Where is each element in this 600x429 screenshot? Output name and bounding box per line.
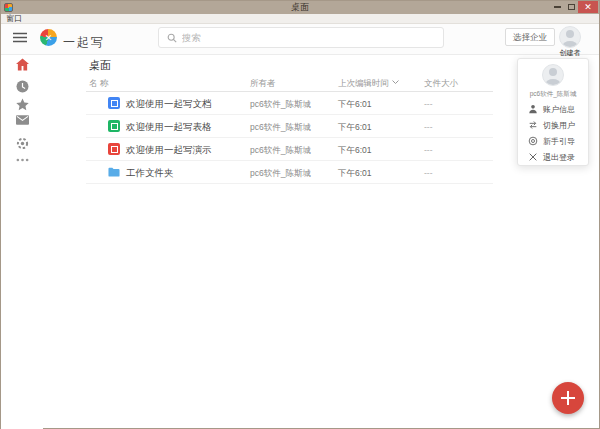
folder-icon (108, 166, 120, 178)
sidebar-item-messages[interactable] (16, 115, 29, 125)
spreadsheet-icon (108, 120, 120, 132)
window-app-icon (4, 3, 13, 12)
file-size: --- (424, 122, 433, 132)
column-header-last-edited[interactable]: 上次编辑时间 (338, 78, 399, 90)
file-name: 欢迎使用一起写表格 (126, 121, 212, 134)
file-time: 下午6:01 (338, 168, 372, 180)
page-title: 桌面 (89, 58, 111, 73)
file-size: --- (424, 99, 433, 109)
search-input[interactable] (182, 32, 422, 43)
presentation-icon (108, 143, 120, 155)
menu-item-switch-user[interactable]: 切换用户 (518, 117, 588, 133)
search-icon (167, 33, 177, 43)
file-size: --- (424, 145, 433, 155)
table-row-spreadsheet[interactable]: 欢迎使用一起写表格 pc6软件_陈斯城 下午6:01 --- (86, 115, 493, 138)
menu-window[interactable]: 窗口 (6, 14, 22, 24)
menu-item-account-info[interactable]: 账户信息 (518, 101, 588, 117)
menu-item-logout[interactable]: 退出登录 (518, 149, 588, 165)
sidebar-item-recent[interactable] (16, 80, 29, 93)
menu-item-label: 新手引导 (543, 136, 575, 147)
column-header-name: 名 称 (89, 78, 108, 90)
user-dropdown-menu: pc6软件_陈斯城 账户信息 切换用户 新手引导 (517, 58, 589, 166)
menu-item-beginner-guide[interactable]: 新手引导 (518, 133, 588, 149)
file-owner: pc6软件_陈斯城 (250, 122, 311, 134)
create-new-fab[interactable] (552, 382, 584, 414)
titlebar: 桌面 ✕ (1, 1, 599, 14)
file-size: --- (424, 168, 433, 178)
user-menu-avatar (542, 64, 564, 86)
table-row-document[interactable]: 欢迎使用一起写文档 pc6软件_陈斯城 下午6:01 --- (86, 92, 493, 115)
window-title: 桌面 (1, 1, 599, 14)
person-icon (528, 104, 538, 114)
sidebar (1, 55, 43, 429)
sidebar-item-starred[interactable] (16, 98, 29, 111)
switch-arrows-icon (528, 120, 538, 130)
menu-item-label: 退出登录 (543, 152, 575, 163)
close-button[interactable]: ✕ (578, 1, 598, 13)
select-enterprise-button[interactable]: 选择企业 (505, 28, 555, 46)
guide-target-icon (528, 136, 538, 146)
file-time: 下午6:01 (338, 99, 372, 111)
sidebar-item-recycle-bin[interactable] (16, 137, 29, 150)
menubar: 窗口 (1, 14, 599, 24)
username: pc6软件_陈斯城 (518, 90, 588, 99)
sidebar-item-home[interactable] (16, 58, 29, 71)
app-window: 桌面 ✕ 窗口 ✕ 一起写 选择企业 创建者 (0, 0, 600, 429)
file-name: 欢迎使用一起写演示 (126, 144, 212, 157)
file-time: 下午6:01 (338, 122, 372, 134)
column-header-last-edited-label: 上次编辑时间 (338, 78, 389, 88)
menu-item-label: 账户信息 (543, 104, 575, 115)
app-logo-icon: ✕ (40, 29, 57, 46)
file-owner: pc6软件_陈斯城 (250, 168, 311, 180)
file-owner: pc6软件_陈斯城 (250, 99, 311, 111)
file-name: 欢迎使用一起写文档 (126, 98, 212, 111)
file-time: 下午6:01 (338, 145, 372, 157)
user-avatar[interactable] (559, 26, 581, 48)
app-name: 一起写 (63, 34, 105, 51)
close-x-icon (528, 152, 538, 162)
file-name: 工作文件夹 (126, 167, 174, 180)
table-row-presentation[interactable]: 欢迎使用一起写演示 pc6软件_陈斯城 下午6:01 --- (86, 138, 493, 161)
maximize-button[interactable] (564, 1, 578, 13)
sidebar-item-more-icon[interactable] (16, 157, 29, 163)
column-header-owner: 所有者 (250, 78, 276, 90)
file-table: 名 称 所有者 上次编辑时间 文件大小 欢迎使用一起写文档 pc6软件_陈斯城 … (86, 75, 493, 184)
avatar-role-badge: 创建者 (553, 48, 587, 58)
file-owner: pc6软件_陈斯城 (250, 145, 311, 157)
sort-chevron-down-icon[interactable] (392, 80, 399, 85)
document-icon (108, 97, 120, 109)
menu-item-label: 切换用户 (543, 120, 575, 131)
table-header: 名 称 所有者 上次编辑时间 文件大小 (86, 75, 493, 92)
table-row-folder[interactable]: 工作文件夹 pc6软件_陈斯城 下午6:01 --- (86, 161, 493, 184)
hamburger-menu-icon[interactable] (13, 32, 27, 43)
minimize-button[interactable] (550, 1, 564, 13)
column-header-size: 文件大小 (424, 78, 458, 90)
search-box[interactable] (158, 27, 444, 48)
